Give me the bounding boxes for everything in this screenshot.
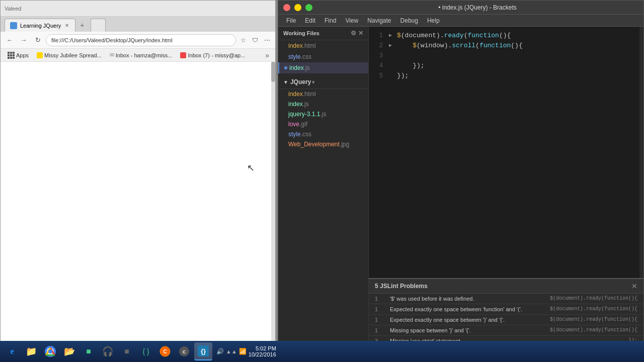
jslint-line-2: 1: [375, 306, 390, 312]
svg-point-3: [48, 349, 52, 353]
jslint-line-3: 1: [375, 317, 390, 323]
svg-text:C: C: [183, 349, 186, 354]
active-file-dot: [284, 66, 287, 69]
jslint-problem-4[interactable]: 1 Missing space between '}' and '{'. $(d…: [369, 325, 643, 336]
jslint-problems-list: 1 '$' was used before it was defined. $(…: [369, 294, 643, 346]
working-file-index-js[interactable]: index.js: [278, 62, 368, 73]
bookmark-star-icon[interactable]: ☆: [238, 35, 248, 45]
file-name-index-html: index.html: [288, 42, 316, 49]
chrome-taskbar-icon[interactable]: [41, 342, 59, 360]
code-content-4: });: [397, 61, 643, 71]
project-file-love-gif[interactable]: love.gif: [278, 119, 368, 129]
project-file-name-2: index.js: [288, 101, 309, 108]
jslint-message-2: Expected exactly one space between 'func…: [390, 306, 537, 312]
menu-edit[interactable]: Edit: [301, 16, 319, 25]
brackets-taskbar-icon[interactable]: {}: [194, 342, 212, 360]
bookmark-1-label: Missy Jubilee Spread...: [44, 52, 102, 58]
menu-help[interactable]: Help: [423, 16, 444, 25]
chrome-svg-icon: [45, 346, 56, 357]
shield-icon[interactable]: 🛡: [250, 35, 260, 45]
task7-taskbar-icon[interactable]: C: [156, 342, 174, 360]
back-button[interactable]: ←: [4, 34, 16, 46]
bookmarks-bar: Apps Missy Jubilee Spread... ✉ Inbox - h…: [1, 49, 275, 62]
project-file-web-development[interactable]: Web_Development.jpg: [278, 139, 368, 149]
file-explorer-taskbar-icon[interactable]: 📁: [22, 342, 40, 360]
browser-title: Valeed: [5, 6, 21, 12]
refresh-button[interactable]: ↻: [32, 34, 44, 46]
code-line-5: 5 });: [369, 71, 643, 81]
task5-taskbar-icon[interactable]: ■: [118, 342, 136, 360]
systray-wifi-icon[interactable]: 📶: [239, 348, 247, 355]
jslint-problem-1[interactable]: 1 '$' was used before it was defined. $(…: [369, 294, 643, 304]
folder2-taskbar-icon[interactable]: 📂: [60, 342, 78, 360]
new-tab-button[interactable]: +: [75, 19, 89, 32]
project-file-index-html[interactable]: index.html: [278, 89, 368, 99]
task8-taskbar-icon[interactable]: C: [175, 342, 193, 360]
jslint-problem-3[interactable]: 1 Expected exactly one space between ')'…: [369, 315, 643, 325]
gray-circle-icon: C: [179, 346, 190, 357]
apps-bookmark[interactable]: Apps: [5, 51, 32, 60]
project-file-name-3: jquery-3.1.1.js: [288, 111, 326, 118]
browser-scrollbar-thumb[interactable]: [271, 62, 275, 82]
code-content-2: $(window).scroll(function(){: [397, 41, 643, 51]
address-bar[interactable]: [46, 34, 236, 46]
line-number-1: 1: [369, 31, 389, 41]
bookmark-2-icon: ✉: [110, 52, 114, 58]
bookmark-1[interactable]: Missy Jubilee Spread...: [34, 51, 105, 59]
browser-menu-button[interactable]: [91, 19, 106, 32]
project-folder-label: JQuery: [290, 78, 311, 85]
brackets-body: Working Files ⚙ ✕ index.html style.css i…: [278, 27, 643, 361]
brackets-title: • index.js (JQuery) - Brackets: [316, 4, 638, 11]
bookmark-3[interactable]: Inbox (7) - missy@ap...: [177, 51, 248, 59]
clock-date: 10/22/2016: [249, 351, 276, 357]
bookmark-2[interactable]: ✉ Inbox - hamza@miss...: [107, 51, 176, 59]
project-file-jquery[interactable]: jquery-3.1.1.js: [278, 109, 368, 119]
line-number-3: 3: [369, 51, 389, 61]
project-file-style-css[interactable]: style.css: [278, 129, 368, 139]
menu-navigate[interactable]: Navigate: [363, 16, 395, 25]
forward-button[interactable]: →: [18, 34, 30, 46]
working-file-index-html[interactable]: index.html: [278, 40, 368, 51]
project-arrow-down: ▾: [312, 79, 314, 85]
working-files-header: Working Files ⚙ ✕: [278, 27, 368, 40]
code-line-3: 3: [369, 51, 643, 61]
brackets-editor: 1 ▶ $(document).ready(function(){ 2 ▶ $(…: [369, 27, 643, 361]
headphones-taskbar-icon[interactable]: 🎧: [99, 342, 117, 360]
menu-debug[interactable]: Debug: [396, 16, 422, 25]
ie-taskbar-icon[interactable]: e: [3, 342, 21, 360]
bookmark-2-label: Inbox - hamza@miss...: [116, 52, 173, 58]
more-options-icon[interactable]: ⋯: [262, 35, 272, 45]
working-file-style-css[interactable]: style.css: [278, 51, 368, 62]
task4-taskbar-icon[interactable]: ■: [79, 342, 98, 360]
taskbar-clock[interactable]: 5:02 PM 10/22/2016: [249, 345, 280, 357]
tab-close-button[interactable]: ✕: [64, 22, 70, 29]
cursor-indicator: ↖: [247, 162, 253, 171]
bookmarks-more-button[interactable]: »: [263, 51, 271, 59]
browser-scrollbar[interactable]: [271, 62, 275, 361]
jslint-line-4: 1: [375, 327, 390, 333]
browser-tab-bar: Learning JQuery ✕ +: [1, 17, 275, 32]
systray-icon-1[interactable]: 🔊: [216, 348, 224, 355]
jslint-code-1: $(document).ready(function(){: [537, 296, 637, 302]
line-number-2: 2: [369, 41, 389, 51]
jslint-problem-2[interactable]: 1 Expected exactly one space between 'fu…: [369, 304, 643, 315]
menu-find[interactable]: Find: [320, 16, 340, 25]
window-maximize-button[interactable]: [305, 4, 312, 11]
code-content-5: });: [397, 71, 643, 81]
window-minimize-button[interactable]: [294, 4, 301, 11]
jslint-code-4: $(document).ready(function(){: [537, 327, 637, 333]
task6-taskbar-icon[interactable]: { }: [137, 342, 155, 360]
menu-view[interactable]: View: [341, 16, 362, 25]
project-folder-header[interactable]: ▼ JQuery ▾: [278, 75, 368, 89]
systray-icon-2[interactable]: ▲▲: [226, 348, 237, 354]
project-folder-arrow: ▼: [283, 79, 288, 85]
working-files-close-icon[interactable]: ✕: [358, 30, 363, 37]
working-files-settings-icon[interactable]: ⚙: [351, 30, 356, 37]
jslint-close-button[interactable]: ✕: [631, 282, 637, 290]
browser-tab[interactable]: Learning JQuery ✕: [5, 19, 75, 32]
menu-file[interactable]: File: [282, 16, 300, 25]
orange-circle-icon: C: [159, 346, 171, 357]
project-file-index-js[interactable]: index.js: [278, 99, 368, 109]
brackets-sidebar: Working Files ⚙ ✕ index.html style.css i…: [278, 27, 369, 361]
window-close-button[interactable]: [283, 4, 290, 11]
